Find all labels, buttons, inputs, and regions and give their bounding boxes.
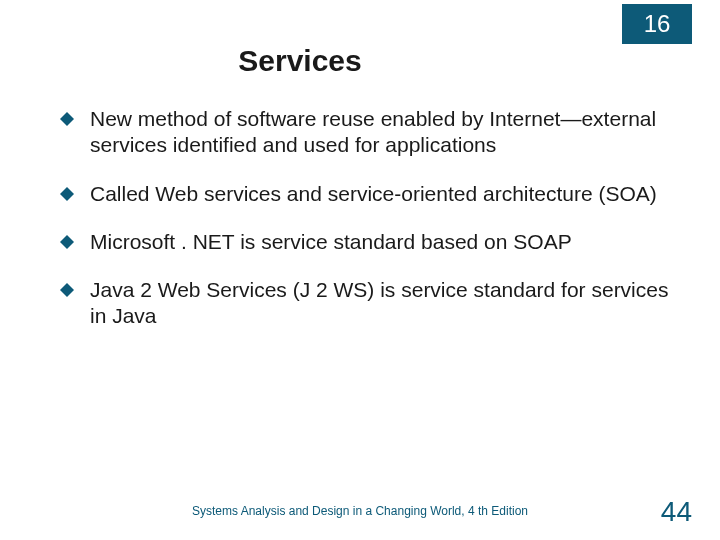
list-item: Microsoft . NET is service standard base…: [60, 229, 680, 255]
bullet-text: Java 2 Web Services (J 2 WS) is service …: [90, 277, 680, 330]
slide-title: Services: [0, 44, 720, 78]
chapter-number-box: 16: [622, 4, 692, 44]
bullet-text: Microsoft . NET is service standard base…: [90, 229, 680, 255]
list-item: Called Web services and service-oriented…: [60, 181, 680, 207]
svg-marker-1: [60, 187, 74, 201]
page-number: 44: [661, 496, 692, 528]
diamond-bullet-icon: [60, 187, 74, 201]
list-item: New method of software reuse enabled by …: [60, 106, 680, 159]
diamond-bullet-icon: [60, 235, 74, 249]
svg-marker-3: [60, 283, 74, 297]
bullet-list: New method of software reuse enabled by …: [60, 106, 680, 352]
svg-marker-0: [60, 112, 74, 126]
diamond-bullet-icon: [60, 283, 74, 297]
svg-marker-2: [60, 235, 74, 249]
footer-text: Systems Analysis and Design in a Changin…: [0, 504, 720, 518]
bullet-text: Called Web services and service-oriented…: [90, 181, 680, 207]
list-item: Java 2 Web Services (J 2 WS) is service …: [60, 277, 680, 330]
chapter-number: 16: [644, 10, 671, 38]
diamond-bullet-icon: [60, 112, 74, 126]
bullet-text: New method of software reuse enabled by …: [90, 106, 680, 159]
